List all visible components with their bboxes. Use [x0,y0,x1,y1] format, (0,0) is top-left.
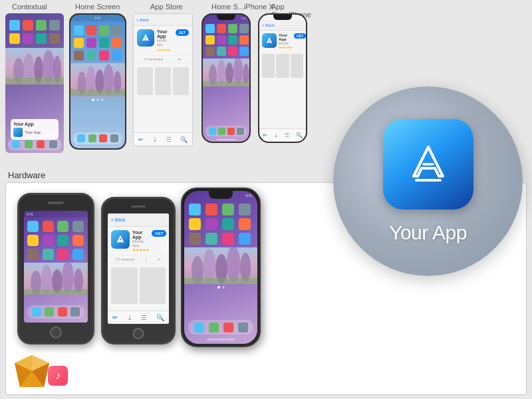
app-store-mockup-small: < Back Your App Mobile App ★★★★★ GET 5.0… [133,13,193,146]
back-button-small[interactable]: < Back [136,18,149,22]
svg-rect-11 [70,89,125,96]
app-showcase-name: Your App [389,221,467,244]
iphone-classic-store: < Back Your App Mobile App ★★★★★ [101,197,176,344]
svg-point-31 [240,253,251,282]
app-store-x-mockup: < Back Your App Mobile ★★★★★ GET [258,13,307,143]
contextual-mockup: Your App Your App [5,13,64,153]
app-icon-large [383,119,473,209]
label-app-store: App Store [150,3,183,11]
svg-point-15 [225,63,233,84]
music-icon: ♪ [48,366,68,386]
home-screen-mockup: 9:41 [69,13,126,150]
get-button-small[interactable]: GET [176,29,189,36]
svg-point-30 [227,247,240,283]
app-name-small: Your App [157,29,173,39]
iphonex-hardware: 9:41 [181,188,261,347]
sketch-icon [12,352,52,390]
svg-point-23 [62,263,74,293]
svg-rect-5 [5,78,64,84]
iphone-classic-home: 9:41 [17,193,94,344]
svg-point-14 [217,60,225,84]
label-home-screen: Home Screen [75,3,120,11]
svg-point-16 [233,59,243,84]
svg-rect-18 [203,81,249,86]
svg-rect-32 [184,278,257,284]
label-home-screen-x: Home S...iPhone X [211,3,274,11]
svg-point-24 [74,269,83,293]
app-showcase-circle: Your App [333,86,523,276]
svg-rect-25 [24,289,88,295]
contextual-label: Your App [13,122,56,126]
label-contextual: Contextual [12,3,47,11]
hardware-label: Hardware [8,170,45,180]
svg-point-17 [243,64,249,84]
home-screen-x-mockup: 9:41 [201,13,251,143]
